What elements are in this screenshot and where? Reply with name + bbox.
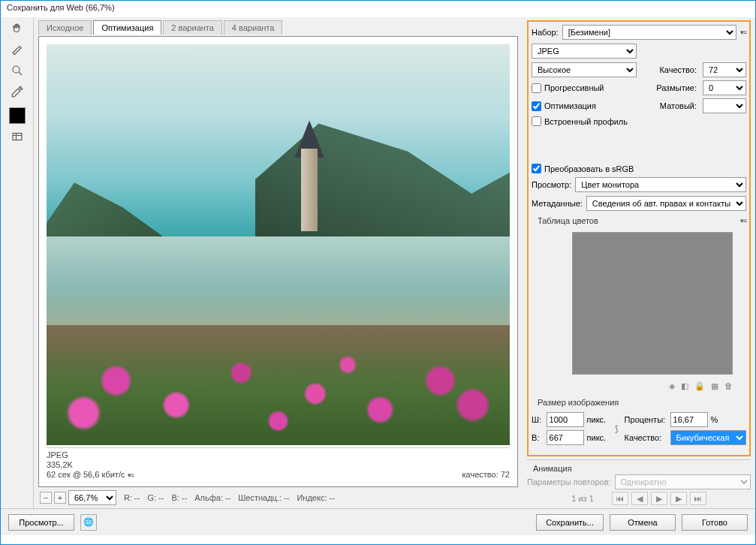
tool-palette <box>1 17 34 508</box>
first-frame-button[interactable]: ⏮ <box>612 492 628 505</box>
slice-tool[interactable] <box>7 41 28 58</box>
browser-preview-icon[interactable]: 🌐 <box>80 514 97 531</box>
matte-value[interactable] <box>703 98 746 113</box>
readout-b: B: -- <box>171 493 187 502</box>
image-info: JPEG 335,2K 62 сек @ 56,6 кбит/с ▾≡ каче… <box>47 447 510 479</box>
info-quality: качество: 72 <box>462 470 510 479</box>
readout-g: G: -- <box>147 493 164 502</box>
blur-label: Размытие: <box>656 83 697 92</box>
footer: Просмотр... 🌐 Сохранить... Отмена Готово <box>1 508 755 535</box>
save-button[interactable]: Сохранить... <box>536 514 604 531</box>
ct-lock-icon[interactable]: 🔒 <box>694 381 705 391</box>
svg-rect-1 <box>13 134 22 140</box>
animation-title: Анимация <box>527 462 751 474</box>
view-tabs: Исходное Оптимизация 2 варианта 4 вариан… <box>38 20 518 35</box>
zoom-select[interactable]: 66,7% <box>68 490 116 505</box>
ct-shift-icon[interactable]: ◧ <box>681 381 688 391</box>
time-menu-icon[interactable]: ▾≡ <box>128 471 134 479</box>
tab-2up[interactable]: 2 варианта <box>163 20 222 35</box>
readout-hex: Шестнадц.: -- <box>238 493 289 502</box>
link-dimensions-icon[interactable]: ⟆ <box>611 424 622 434</box>
metadata-select[interactable]: Сведения об авт. правах и контакты <box>586 196 746 211</box>
status-bar: − + 66,7% R: -- G: -- B: -- Альфа: -- Ше… <box>38 487 518 508</box>
quality-label: Качество: <box>656 65 697 74</box>
settings-panel: Набор: [Безимени] ▾≡ JPEG Высокое Качест… <box>523 17 755 508</box>
height-unit: пикс. <box>587 433 608 442</box>
done-button[interactable]: Готово <box>682 514 748 531</box>
resample-label: Качество: <box>625 433 667 442</box>
preview-image <box>47 44 510 445</box>
preset-label: Набор: <box>532 28 559 37</box>
height-input[interactable] <box>547 430 584 445</box>
window-title: Сохранить для Web (66,7%) <box>1 1 755 17</box>
readout-r: R: -- <box>124 493 140 502</box>
color-table-menu-icon[interactable]: ▾≡ <box>740 217 746 224</box>
ct-new-icon[interactable]: ▦ <box>711 381 718 391</box>
repeat-select: Однократно <box>615 474 751 489</box>
progressive-checkbox[interactable] <box>532 83 541 93</box>
zoom-in-button[interactable]: + <box>54 492 66 504</box>
last-frame-button[interactable]: ⏭ <box>690 492 706 505</box>
quality-preset-select[interactable]: Высокое <box>532 62 637 77</box>
preset-select[interactable]: [Безимени] <box>562 25 736 40</box>
ct-eyedrop-icon[interactable]: ◈ <box>669 381 675 391</box>
canvas[interactable]: JPEG 335,2K 62 сек @ 56,6 кбит/с ▾≡ каче… <box>38 36 518 487</box>
optimize-label: Оптимизация <box>544 101 596 110</box>
readout-index: Индекс: -- <box>297 493 334 502</box>
color-table-title: Таблица цветов <box>532 216 598 225</box>
optimize-checkbox[interactable] <box>532 101 541 111</box>
metadata-label: Метаданные: <box>532 199 583 208</box>
height-label: В: <box>532 433 544 442</box>
color-table[interactable] <box>572 232 733 375</box>
prev-frame-button[interactable]: ◀ <box>631 492 648 505</box>
zoom-out-button[interactable]: − <box>40 492 52 504</box>
image-size-title: Размер изображения <box>532 396 746 408</box>
hand-tool[interactable] <box>7 20 28 37</box>
color-swatch[interactable] <box>9 107 26 124</box>
percent-label: Проценты: <box>625 415 667 424</box>
color-table-tools: ◈ ◧ 🔒 ▦ 🗑 <box>532 380 746 393</box>
info-size: 335,2K <box>47 460 134 469</box>
matte-label: Матовый: <box>656 101 697 110</box>
frame-position: 1 из 1 <box>571 494 594 503</box>
tab-original[interactable]: Исходное <box>38 20 92 35</box>
percent-unit: % <box>711 415 746 424</box>
quality-value[interactable]: 72 <box>703 62 746 77</box>
svg-point-0 <box>13 66 20 73</box>
readout-alpha: Альфа: -- <box>194 493 230 502</box>
info-time: 62 сек @ 56,6 кбит/с <box>47 470 125 479</box>
toggle-slices-icon[interactable] <box>7 128 28 145</box>
preview-select[interactable]: Цвет монитора <box>575 177 746 192</box>
tab-4up[interactable]: 4 варианта <box>224 20 283 35</box>
embed-profile-checkbox[interactable] <box>532 116 541 126</box>
ct-delete-icon[interactable]: 🗑 <box>724 381 733 391</box>
play-button[interactable]: ▶ <box>651 492 667 505</box>
width-unit: пикс. <box>587 415 608 424</box>
preset-menu-icon[interactable]: ▾≡ <box>740 29 746 36</box>
eyedropper-tool[interactable] <box>7 83 28 100</box>
progressive-label: Прогрессивный <box>544 83 604 92</box>
preview-button[interactable]: Просмотр... <box>8 514 74 531</box>
embed-profile-label: Встроенный профиль <box>544 117 628 126</box>
blur-value[interactable]: 0 <box>703 80 746 95</box>
percent-input[interactable] <box>670 412 708 427</box>
cancel-button[interactable]: Отмена <box>610 514 676 531</box>
srgb-checkbox[interactable] <box>532 164 541 173</box>
width-input[interactable] <box>547 412 584 427</box>
next-frame-button[interactable]: ▶ <box>670 492 687 505</box>
width-label: Ш: <box>532 415 544 424</box>
format-select[interactable]: JPEG <box>532 44 637 59</box>
zoom-tool[interactable] <box>7 62 28 79</box>
srgb-label: Преобразовать в sRGB <box>544 164 634 173</box>
preview-label: Просмотр: <box>532 180 571 189</box>
tab-optimized[interactable]: Оптимизация <box>93 20 161 35</box>
info-format: JPEG <box>47 450 134 459</box>
repeat-label: Параметры повторов: <box>527 477 611 486</box>
resample-select[interactable]: Бикубическая <box>670 430 746 445</box>
